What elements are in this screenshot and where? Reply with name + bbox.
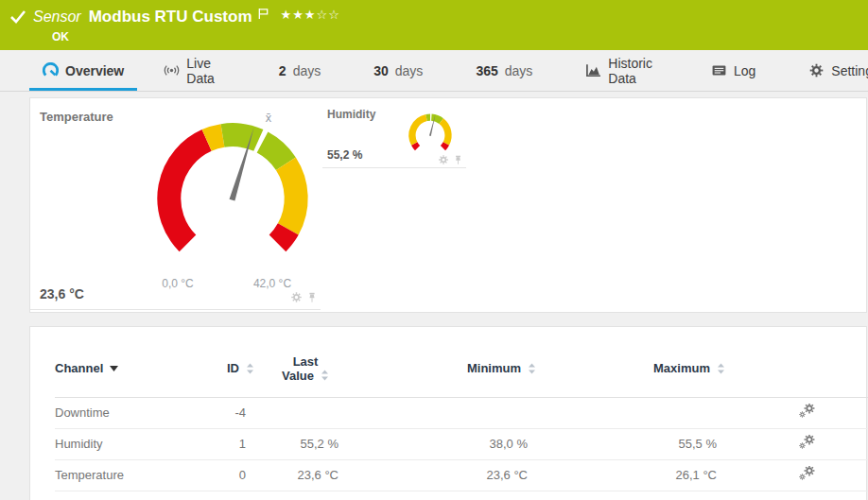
tab-overview-label: Overview [65, 63, 124, 78]
channel-minimum: 23,6 °C [352, 459, 541, 491]
column-header-settings [730, 327, 868, 397]
channel-minimum [352, 397, 541, 428]
table-row-humidity[interactable]: Humidity 1 55,2 % 38,0 % 55,5 % [55, 428, 868, 459]
channel-id: -4 [216, 397, 259, 428]
column-header-last-label: Last [259, 354, 352, 369]
temperature-current-value: 23,6 °C [40, 286, 84, 302]
tab-log[interactable]: Log [698, 50, 769, 91]
tab-overview[interactable]: Overview [29, 50, 137, 91]
sort-desc-icon [110, 366, 118, 371]
humidity-gauge-title: Humidity [327, 108, 375, 121]
tab-live-data[interactable]: Live Data [150, 50, 228, 91]
channel-settings-gears-icon[interactable] [799, 435, 816, 450]
channel-last-value: 23,6 °C [259, 459, 352, 491]
gauges-panel: Temperature x̄ 0,0 °C 42,0 °C 23,6 °C [29, 97, 867, 313]
tab-30-days-number: 30 [373, 63, 389, 78]
column-header-maximum[interactable]: Maximum [541, 327, 730, 397]
gauge-icon [43, 62, 59, 78]
sensor-status-text: OK [0, 26, 868, 43]
channel-settings-gears-icon[interactable] [799, 466, 816, 481]
tab-settings[interactable]: Settings [795, 50, 868, 91]
temperature-gauge: x̄ [142, 104, 323, 285]
channels-panel: Channel ID Last Value [29, 326, 867, 500]
priority-flag-icon[interactable] [257, 8, 269, 20]
gear-icon [808, 62, 825, 78]
humidity-current-value: 55,2 % [327, 148, 362, 162]
column-header-channel[interactable]: Channel [55, 327, 216, 397]
gauge-settings-gear-icon[interactable] [290, 291, 303, 303]
tab-live-data-label: Live Data [186, 56, 215, 86]
tab-365-days-unit: days [505, 63, 533, 78]
column-header-id-label: ID [227, 361, 239, 375]
tab-30-days-unit: days [395, 63, 424, 78]
humidity-gauge [404, 108, 457, 161]
channel-maximum [541, 397, 730, 428]
channel-maximum: 55,5 % [541, 428, 730, 459]
channel-id: 1 [216, 428, 259, 459]
channel-name: Humidity [55, 428, 216, 459]
sort-icon [246, 363, 254, 374]
temperature-gauge-title: Temperature [40, 110, 113, 124]
sort-icon [717, 363, 725, 374]
channel-maximum: 26,1 °C [541, 459, 730, 491]
channel-name: Downtime [55, 397, 216, 428]
channels-table: Channel ID Last Value [55, 327, 868, 491]
tab-2-days-number: 2 [279, 63, 286, 78]
humidity-gauge-tile: Humidity 55,2 % [322, 98, 466, 168]
tab-log-label: Log [734, 63, 755, 78]
temperature-gauge-tile: Temperature x̄ 0,0 °C 42,0 °C 23,6 °C [30, 98, 321, 310]
ok-check-icon [9, 9, 26, 25]
gauge-settings-gear-icon[interactable] [438, 154, 449, 165]
table-row-downtime[interactable]: Downtime -4 [55, 397, 868, 428]
log-list-icon [711, 62, 727, 78]
tab-365-days-number: 365 [476, 63, 497, 78]
sort-icon [528, 363, 536, 374]
table-row-temperature[interactable]: Temperature 0 23,6 °C 23,6 °C 26,1 °C [55, 459, 868, 491]
column-header-maximum-label: Maximum [653, 361, 710, 375]
channel-name: Temperature [55, 459, 216, 491]
channel-id: 0 [216, 459, 259, 491]
area-chart-icon [585, 62, 601, 78]
channel-last-value [259, 397, 352, 428]
temperature-gauge-min: 0,0 °C [145, 277, 211, 290]
tab-settings-label: Settings [831, 63, 868, 78]
tab-bar: Overview Live Data 2 days 30 days 365 da… [0, 50, 868, 92]
pin-icon[interactable] [453, 155, 463, 165]
channel-settings-gears-icon[interactable] [799, 404, 816, 419]
table-header-row: Channel ID Last Value [55, 327, 868, 397]
broadcast-icon [164, 62, 180, 78]
tab-365-days[interactable]: 365 days [462, 50, 546, 91]
tab-2-days-unit: days [293, 63, 321, 78]
column-header-channel-label: Channel [55, 361, 103, 375]
column-header-minimum[interactable]: Minimum [352, 327, 541, 397]
temperature-gauge-max: 42,0 °C [239, 277, 305, 290]
column-header-value-label: Value [282, 369, 314, 383]
priority-stars[interactable]: ★★★☆☆ [281, 8, 340, 22]
object-kind-label: Sensor [33, 9, 81, 26]
sensor-status-header: Sensor Modbus RTU Custom ★★★☆☆ OK [0, 0, 868, 50]
tab-historic-data-label: Historic Data [608, 56, 652, 86]
tab-2-days[interactable]: 2 days [266, 50, 334, 91]
tab-30-days[interactable]: 30 days [360, 50, 436, 91]
column-header-minimum-label: Minimum [467, 361, 521, 375]
sort-icon [321, 370, 329, 381]
sensor-title: Modbus RTU Custom [89, 8, 252, 26]
pin-icon[interactable] [306, 292, 318, 303]
tab-historic-data[interactable]: Historic Data [572, 50, 666, 91]
column-header-id[interactable]: ID [216, 327, 259, 397]
channel-minimum: 38,0 % [352, 428, 541, 459]
average-marker: x̄ [266, 112, 272, 125]
column-header-last-value[interactable]: Last Value [259, 327, 352, 397]
channel-last-value: 55,2 % [259, 428, 352, 459]
